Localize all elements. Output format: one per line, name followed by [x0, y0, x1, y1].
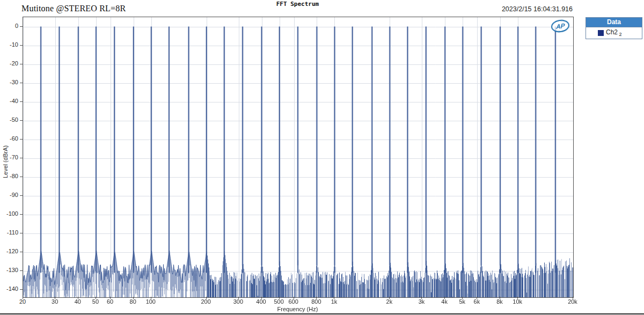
- y-tick-label: -10: [0, 41, 18, 48]
- x-tick-label: 100: [139, 298, 163, 305]
- x-tick-label: 3k: [409, 298, 433, 305]
- y-tickmark: [20, 83, 23, 83]
- x-tickmark: [206, 297, 207, 299]
- legend-entry-ch2[interactable]: Ch2 2: [586, 27, 642, 39]
- x-tickmark: [517, 297, 518, 299]
- y-tick-label: -110: [0, 229, 18, 236]
- x-tick-label: 300: [226, 298, 250, 305]
- x-tick-label: 20: [11, 298, 34, 305]
- y-tickmark: [20, 177, 23, 177]
- y-tickmark: [20, 158, 23, 158]
- x-tickmark: [96, 297, 96, 299]
- x-tickmark: [477, 297, 477, 299]
- bottom-border: [0, 313, 644, 314]
- x-tickmark: [279, 297, 280, 299]
- y-tick-label: -90: [0, 192, 18, 199]
- x-tickmark: [500, 297, 500, 299]
- x-tickmark: [238, 297, 239, 299]
- x-axis-title: Frequency (Hz): [23, 306, 573, 312]
- y-tickmark: [20, 26, 23, 27]
- x-tick-label: 1k: [322, 298, 346, 305]
- y-tickmark: [20, 101, 23, 102]
- y-axis-title: Level (dBrA): [2, 145, 9, 178]
- x-tickmark: [55, 297, 55, 299]
- fft-spectrum-window: FFT Spectrum Mutitone @STEREO RL=8R 2023…: [0, 0, 644, 315]
- y-tick-label: -130: [0, 267, 18, 274]
- y-tick-label: -120: [0, 248, 18, 255]
- x-tick-label: 6k: [465, 298, 488, 305]
- y-tickmark: [20, 139, 23, 140]
- x-tickmark: [444, 297, 445, 299]
- y-tickmark: [20, 270, 23, 271]
- x-tickmark: [78, 297, 78, 299]
- y-tickmark: [20, 64, 23, 64]
- y-tickmark: [20, 195, 23, 196]
- y-tickmark: [20, 45, 23, 46]
- timestamp: 2023/2/15 16:04:31.916: [291, 5, 573, 13]
- y-tick-label: -50: [0, 116, 18, 123]
- x-tickmark: [573, 297, 573, 299]
- x-tickmark: [23, 297, 23, 299]
- x-tickmark: [462, 297, 463, 299]
- legend-entry-label: Ch2 2: [606, 28, 621, 37]
- legend-swatch: [598, 30, 604, 36]
- x-tickmark: [133, 297, 134, 299]
- x-tickmark: [110, 297, 111, 299]
- x-tick-label: 600: [282, 298, 305, 305]
- legend-header: Data: [586, 18, 642, 27]
- x-tick-label: 200: [194, 298, 218, 305]
- y-tick-label: -100: [0, 210, 18, 217]
- y-tick-label: -30: [0, 79, 18, 86]
- measurement-annotation: Mutitone @STEREO RL=8R: [21, 4, 126, 13]
- y-tick-label: -140: [0, 285, 18, 292]
- x-tick-label: 30: [43, 298, 67, 305]
- plot-area[interactable]: AP: [23, 17, 574, 298]
- legend-panel: Data Ch2 2: [586, 17, 642, 39]
- x-tick-label: 10k: [506, 298, 529, 305]
- x-tickmark: [421, 297, 422, 299]
- x-tick-label: 60: [98, 298, 122, 305]
- y-tick-label: -60: [0, 135, 18, 142]
- y-tickmark: [20, 214, 23, 215]
- spectrum-canvas[interactable]: [23, 17, 573, 297]
- x-tickmark: [261, 297, 262, 299]
- y-tickmark: [20, 252, 23, 252]
- x-tickmark: [151, 297, 151, 299]
- x-tick-label: 20k: [561, 298, 584, 305]
- y-tickmark: [20, 120, 23, 121]
- x-tickmark: [294, 297, 294, 299]
- x-tickmark: [389, 297, 390, 299]
- x-tickmark: [316, 297, 317, 299]
- audio-precision-logo-text: AP: [556, 21, 565, 30]
- y-tickmark: [20, 233, 23, 233]
- x-tick-label: 2k: [377, 298, 401, 305]
- y-tick-label: -40: [0, 98, 18, 105]
- y-tick-label: 0: [0, 23, 18, 30]
- y-tick-label: -20: [0, 60, 18, 67]
- x-tickmark: [334, 297, 334, 299]
- y-tickmark: [20, 289, 23, 290]
